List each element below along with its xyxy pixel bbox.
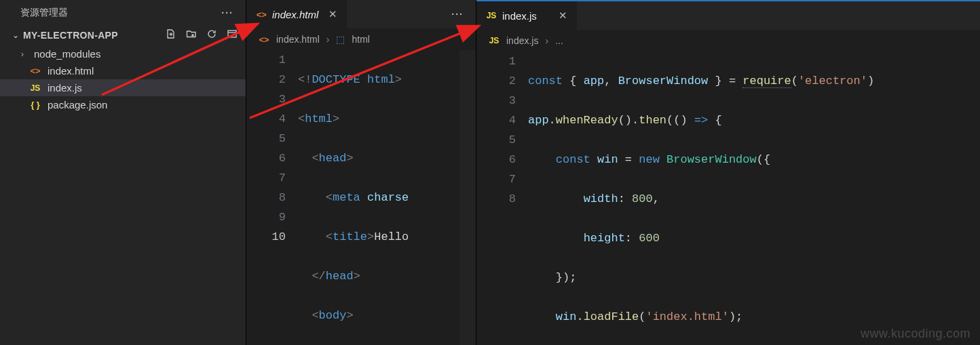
tree-folder-node-modules[interactable]: › node_modules [0, 45, 246, 62]
tree-item-label: package.json [48, 99, 107, 110]
chevron-right-icon: › [18, 49, 27, 59]
html-icon: <> [256, 9, 267, 20]
line-gutter: 12345678 [476, 52, 528, 345]
editor-pane-js: JS index.js ✕ JS index.js › ... 12345678… [476, 0, 980, 345]
code-content[interactable]: const { app, BrowserWindow } = require('… [528, 52, 980, 345]
refresh-icon[interactable] [206, 28, 217, 41]
minimap[interactable] [459, 50, 476, 345]
project-name: MY-ELECTRON-APP [23, 30, 118, 41]
tab-bar: <> index.html ✕ ··· [246, 0, 476, 28]
tab-actions: ··· [347, 9, 476, 20]
js-icon: JS [489, 35, 500, 46]
app-root: 资源管理器 ··· ⌄ MY-ELECTRON-APP › node_modul… [0, 0, 980, 345]
tree-file-package-json[interactable]: { } package.json [0, 96, 246, 113]
tab-label: index.js [502, 10, 537, 22]
project-header[interactable]: ⌄ MY-ELECTRON-APP [0, 27, 246, 44]
json-icon: { } [30, 100, 41, 110]
close-icon[interactable]: ✕ [328, 8, 337, 20]
js-icon: JS [486, 10, 497, 21]
breadcrumb[interactable]: <> index.html › ⬚ html [246, 28, 476, 50]
new-folder-icon[interactable] [186, 28, 197, 41]
code-content[interactable]: <!DOCTYPE html> <html> <head> <meta char… [298, 50, 459, 345]
explorer-more-icon[interactable]: ··· [221, 7, 233, 18]
svg-rect-0 [228, 31, 236, 37]
code-editor[interactable]: 12345678 const { app, BrowserWindow } = … [476, 52, 980, 345]
tree-item-label: node_modules [34, 48, 100, 60]
editor-pane-html: <> index.html ✕ ··· <> index.html › ⬚ ht… [246, 0, 476, 345]
tree-file-index-js[interactable]: JS index.js [0, 79, 246, 96]
explorer-panel: 资源管理器 ··· ⌄ MY-ELECTRON-APP › node_modul… [0, 0, 246, 345]
line-gutter: 12345678910 [246, 50, 298, 345]
code-editor[interactable]: 12345678910 <!DOCTYPE html> <html> <head… [246, 50, 476, 345]
tree-file-index-html[interactable]: <> index.html [0, 62, 246, 79]
chevron-down-icon: ⌄ [12, 31, 19, 40]
close-icon[interactable]: ✕ [559, 9, 567, 22]
breadcrumb-file: index.html [276, 34, 320, 45]
explorer-title: 资源管理器 [20, 7, 68, 19]
breadcrumb-file: index.js [506, 35, 538, 46]
tree-item-label: index.js [48, 82, 82, 94]
chevron-right-icon: › [545, 35, 548, 46]
watermark: www.kucoding.com [861, 327, 970, 341]
tree-item-label: index.html [48, 65, 94, 77]
html-icon: <> [30, 66, 41, 77]
breadcrumb-node: html [352, 34, 369, 45]
tab-more-icon[interactable]: ··· [451, 9, 464, 20]
explorer-header: 资源管理器 ··· [0, 0, 246, 27]
js-icon: JS [30, 83, 41, 94]
tab-label: index.html [272, 9, 318, 20]
breadcrumb-node: ... [555, 35, 563, 46]
symbol-icon: ⬚ [336, 34, 345, 45]
chevron-right-icon: › [326, 34, 330, 45]
tab-index-js[interactable]: JS index.js ✕ [476, 1, 577, 30]
breadcrumb[interactable]: JS index.js › ... [476, 30, 980, 52]
html-icon: <> [259, 34, 269, 45]
tab-index-html[interactable]: <> index.html ✕ [246, 0, 347, 28]
new-file-icon[interactable] [166, 28, 176, 41]
collapse-icon[interactable] [227, 28, 238, 41]
file-tree: › node_modules <> index.html JS index.js… [0, 44, 246, 113]
tab-bar: JS index.js ✕ [476, 1, 980, 30]
project-actions [166, 28, 238, 41]
